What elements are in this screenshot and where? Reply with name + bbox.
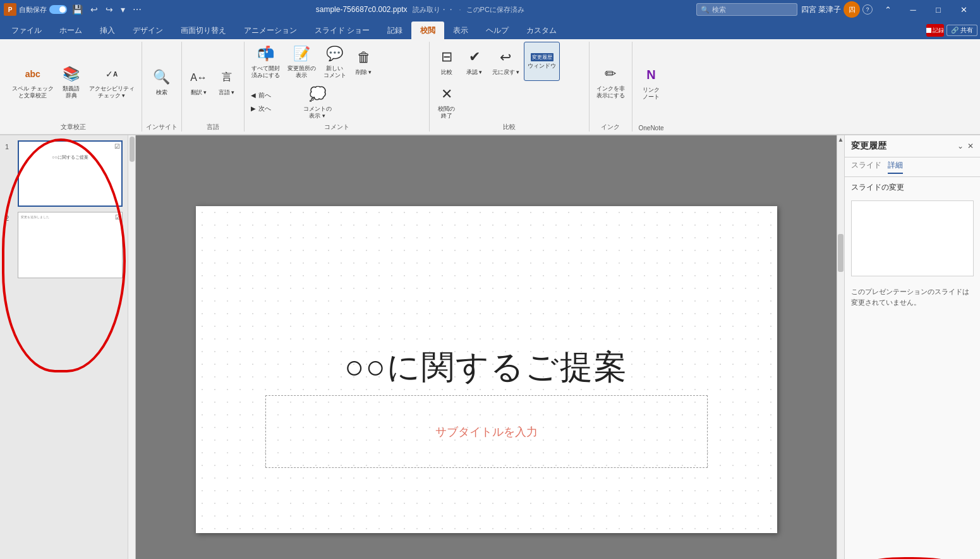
- thumb-2-content: 変更を追加しました: [18, 212, 122, 221]
- translate-btn[interactable]: A↔ 翻訳 ▾: [186, 62, 212, 101]
- search-btn[interactable]: 🔍 検索: [148, 62, 175, 101]
- compare-btn[interactable]: ⊟ 比較: [433, 42, 460, 81]
- language-btn[interactable]: 言 言語 ▾: [214, 62, 240, 101]
- right-panel-tabs: スライド 詳細: [845, 157, 980, 177]
- tab-insert[interactable]: 挿入: [91, 22, 124, 39]
- end-review-btn[interactable]: ✕ 校閲の終了: [433, 82, 460, 121]
- tab-details[interactable]: 詳細: [888, 160, 903, 174]
- accept-btn[interactable]: ✔ 承認 ▾: [461, 42, 488, 81]
- redo-icon[interactable]: ↪: [103, 3, 116, 16]
- tab-home[interactable]: ホーム: [51, 22, 91, 39]
- reject-btn[interactable]: ↩ 元に戻す ▾: [489, 42, 523, 81]
- delete-comment-btn[interactable]: 🗑 削除 ▾: [351, 42, 377, 81]
- ribbon-toggle-btn[interactable]: ⌃: [875, 0, 900, 19]
- slide-thumb-img-1[interactable]: ☑ ○○に関するご提案: [18, 140, 123, 207]
- ink-icon: ✏: [600, 64, 620, 84]
- tab-record[interactable]: 記録: [378, 22, 411, 39]
- search-icon: 🔍: [701, 6, 710, 14]
- translate-icon: A↔: [189, 68, 209, 88]
- main-scrollbar[interactable]: ▲ ▼: [837, 135, 844, 559]
- thumb-1-content: ○○に関するご提案: [19, 142, 121, 166]
- slide-area: ○○に関するご提案 サブタイトルを入力: [136, 135, 837, 559]
- undo-icon[interactable]: ↩: [88, 3, 100, 16]
- tab-help[interactable]: ヘルプ: [477, 22, 517, 39]
- next-comment-btn[interactable]: ▶ 次へ: [248, 102, 299, 115]
- spell-check-btn[interactable]: abc スペル チェックと文章校正: [9, 62, 57, 101]
- slide-panel-scrollbar[interactable]: [128, 135, 135, 559]
- tab-view[interactable]: 表示: [444, 22, 477, 39]
- proofing-buttons: abc スペル チェックと文章校正 📚 類義語辞典 ✓ A アクセシビリティチェ…: [9, 42, 138, 121]
- mark-all-read-btn[interactable]: 📬 すべて開封済みにする: [248, 42, 283, 81]
- compare-icon: ⊟: [437, 47, 457, 67]
- ink-label: インク: [601, 123, 620, 132]
- presence-icon: ?: [862, 4, 873, 15]
- ribbon-group-insights: 🔍 検索 インサイト: [142, 42, 182, 132]
- right-panel-title: 変更履歴: [851, 140, 886, 152]
- panel-chevron-icon[interactable]: ⌄: [957, 142, 964, 150]
- slide-main-wrapper: ○○に関するご提案 サブタイトルを入力 ▲ ▼: [136, 135, 844, 559]
- reject-icon: ↩: [495, 47, 516, 68]
- right-panel: 変更履歴 ⌄ ✕ スライド 詳細 スライドの変更 このプレゼンテーションのスライ…: [844, 135, 980, 559]
- thesaurus-icon: 📚: [61, 64, 82, 84]
- maximize-btn[interactable]: □: [926, 0, 951, 19]
- tab-animation[interactable]: アニメーション: [235, 22, 306, 39]
- insights-buttons: 🔍 検索: [148, 42, 175, 121]
- tab-slideshow[interactable]: スライド ショー: [306, 22, 378, 39]
- share-btn[interactable]: 🔗 共有: [947, 25, 977, 36]
- thesaurus-btn[interactable]: 📚 類義語辞典: [58, 62, 85, 101]
- panel-close-icon[interactable]: ✕: [967, 142, 974, 150]
- slide-subtitle-box[interactable]: サブタイトルを入力: [265, 395, 708, 468]
- ink-buttons: ✏ インクを非表示にする: [593, 42, 628, 121]
- search-box[interactable]: 🔍 検索: [696, 3, 797, 16]
- slide-thumbnail-1[interactable]: 1 ☑ ○○に関するご提案: [5, 140, 123, 207]
- ribbon-tab-bar: ファイル ホーム 挿入 デザイン 画面切り替え アニメーション スライド ショー…: [0, 19, 980, 39]
- ribbon-group-onenote: N リンクノート OneNote: [632, 42, 670, 132]
- scrollbar-thumb[interactable]: [130, 137, 135, 162]
- window-controls: ⌃ ─ □ ✕: [875, 0, 976, 19]
- app-icon: P: [4, 3, 16, 16]
- record-btn[interactable]: 記録: [926, 24, 944, 37]
- menu-icon[interactable]: ⋯: [130, 3, 144, 16]
- accessibility-icon: ✓ A: [102, 64, 122, 84]
- onenote-buttons: N リンクノート: [638, 42, 665, 123]
- slide-canvas[interactable]: ○○に関するご提案 サブタイトルを入力: [196, 206, 777, 533]
- tab-review[interactable]: 校閲: [411, 22, 444, 39]
- auto-save-label: 自動保存: [19, 5, 47, 15]
- show-comments-btn[interactable]: 💭 コメントの表示 ▾: [300, 82, 335, 121]
- scroll-up-arrow[interactable]: ▲: [838, 137, 844, 143]
- slide-thumb-icon-1: ☑: [114, 143, 120, 150]
- change-history-btn[interactable]: 変更履歴 ウィンドウ: [524, 42, 560, 81]
- tab-file[interactable]: ファイル: [3, 22, 51, 39]
- linked-notes-btn[interactable]: N リンクノート: [638, 63, 665, 102]
- slide-thumb-img-2[interactable]: ☑ 変更を追加しました: [18, 212, 123, 278]
- language-icon: 言: [217, 68, 237, 88]
- file-status: 読み取り・・: [413, 5, 454, 15]
- tab-transitions[interactable]: 画面切り替え: [172, 22, 235, 39]
- close-btn[interactable]: ✕: [951, 0, 976, 19]
- hide-ink-btn[interactable]: ✏ インクを非表示にする: [593, 62, 628, 101]
- change-history-icon-area: 変更履歴: [531, 53, 554, 61]
- customize-icon[interactable]: ▾: [118, 3, 128, 16]
- minimize-btn[interactable]: ─: [900, 0, 926, 19]
- new-comment-btn[interactable]: 💬 新しいコメント: [320, 42, 349, 81]
- spell-check-icon: abc: [23, 64, 43, 84]
- show-changes-btn[interactable]: 📝 変更箇所の表示: [284, 42, 319, 81]
- slide-panel-wrapper: 1 ☑ ○○に関するご提案 2 ☑ 変更を追加しました: [0, 135, 136, 559]
- tab-custom[interactable]: カスタム: [517, 22, 566, 39]
- search-ribbon-icon: 🔍: [152, 67, 172, 87]
- scroll-thumb[interactable]: [838, 234, 844, 272]
- accessibility-btn[interactable]: ✓ A アクセシビリティチェック ▾: [86, 62, 138, 101]
- save-location: このPCに保存済み: [466, 5, 524, 15]
- slide-thumbnail-2[interactable]: 2 ☑ 変更を追加しました: [5, 212, 123, 278]
- activity-buttons: 📬 すべて開封済みにする 📝 変更箇所の表示 💬 新しいコメント 🗑 削除 ▾: [248, 42, 425, 121]
- prev-comment-btn[interactable]: ◀ 前へ: [248, 89, 299, 102]
- avatar[interactable]: 四: [844, 1, 860, 18]
- tab-design[interactable]: デザイン: [124, 22, 172, 39]
- slide-main-content: ○○に関するご提案 サブタイトルを入力 ▲ ▼: [136, 135, 844, 559]
- auto-save-toggle[interactable]: [49, 5, 67, 14]
- save-icon[interactable]: 💾: [70, 3, 85, 16]
- tab-slide[interactable]: スライド: [851, 160, 881, 174]
- compare-buttons: ⊟ 比較 ✔ 承認 ▾ ↩ 元に戻す ▾ 変更履歴 ウィンドウ: [433, 42, 585, 121]
- ribbon-group-compare: ⊟ 比較 ✔ 承認 ▾ ↩ 元に戻す ▾ 変更履歴 ウィンドウ: [430, 42, 590, 132]
- thumb-1-title: ○○に関するご提案: [21, 154, 119, 161]
